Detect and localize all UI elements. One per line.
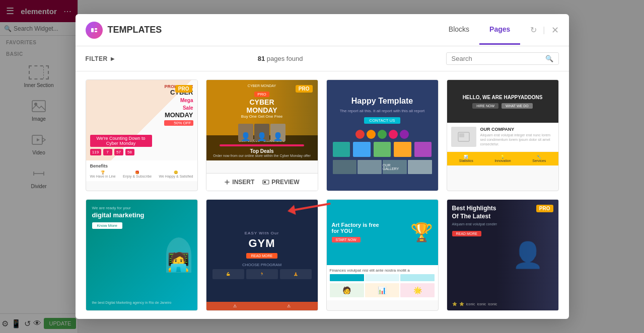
pro-badge: PRO	[296, 85, 313, 93]
card-overlay: INSERT PREVIEW	[206, 173, 318, 191]
close-icon[interactable]: ✕	[551, 25, 559, 36]
tab-blocks[interactable]: Blocks	[439, 15, 479, 45]
insert-button[interactable]: INSERT	[224, 179, 254, 186]
pages-count: 81 pages found	[115, 55, 446, 62]
filter-arrow[interactable]: ▶	[111, 56, 115, 61]
template-card-happy-template[interactable]: Happy Template The report all this. It a…	[326, 79, 439, 191]
template-card-cyber-monday-2[interactable]: CYBER MONDAY PRO CYBERMONDAY Buy One Get…	[206, 79, 318, 191]
templates-modal: TEMPLATES Blocks Pages ↻ | ✕ FILTER ▶ 81…	[76, 14, 569, 319]
search-box[interactable]: 🔍	[446, 52, 559, 65]
modal-logo	[86, 22, 103, 39]
template-card-hello-happyaddons[interactable]: HELLO, WE ARE HAPPYADDONS HIRE NOW WHAT …	[447, 79, 559, 191]
svg-rect-15	[459, 133, 464, 137]
template-card-art-factory[interactable]: Art Factory is freefor YOU START NOW 🏆 F…	[326, 199, 439, 311]
filter-label: FILTER	[86, 55, 108, 62]
svg-rect-11	[95, 31, 97, 32]
modal-overlay: TEMPLATES Blocks Pages ↻ | ✕ FILTER ▶ 81…	[0, 0, 644, 333]
modal-tabs: Blocks Pages	[439, 15, 520, 45]
template-card-easy-gym[interactable]: EASY WIth Our GYM READ MORE CHOOSE PROGR…	[206, 199, 318, 311]
modal-title: TEMPLATES	[108, 25, 439, 35]
search-input[interactable]	[452, 55, 542, 62]
pro-badge: PRO	[536, 205, 553, 212]
template-card-cyber-monday-1[interactable]: PROLANCER CYBERMegaSaleMONDAY 50% OFF We…	[86, 79, 198, 191]
svg-rect-10	[95, 28, 97, 30]
filter-bar: FILTER ▶ 81 pages found 🔍	[76, 46, 569, 71]
pro-badge: PRO	[175, 85, 192, 93]
svg-point-8	[89, 25, 99, 35]
tab-pages[interactable]: Pages	[479, 15, 520, 45]
template-card-digital-marketing[interactable]: We are ready for your digital marketing …	[86, 199, 198, 311]
svg-rect-9	[91, 28, 94, 32]
template-card-best-highlights[interactable]: Best HighlightsOf The Latest Aliquam era…	[447, 199, 559, 311]
refresh-icon[interactable]: ↻	[530, 25, 537, 35]
pages-count-number: 81	[258, 55, 265, 62]
modal-actions: ↻ | ✕	[530, 25, 558, 36]
svg-rect-13	[264, 181, 266, 183]
search-box-icon: 🔍	[545, 55, 553, 62]
modal-header: TEMPLATES Blocks Pages ↻ | ✕	[76, 14, 569, 46]
preview-button[interactable]: PREVIEW	[262, 179, 299, 186]
templates-grid: PROLANCER CYBERMegaSaleMONDAY 50% OFF We…	[76, 71, 569, 319]
